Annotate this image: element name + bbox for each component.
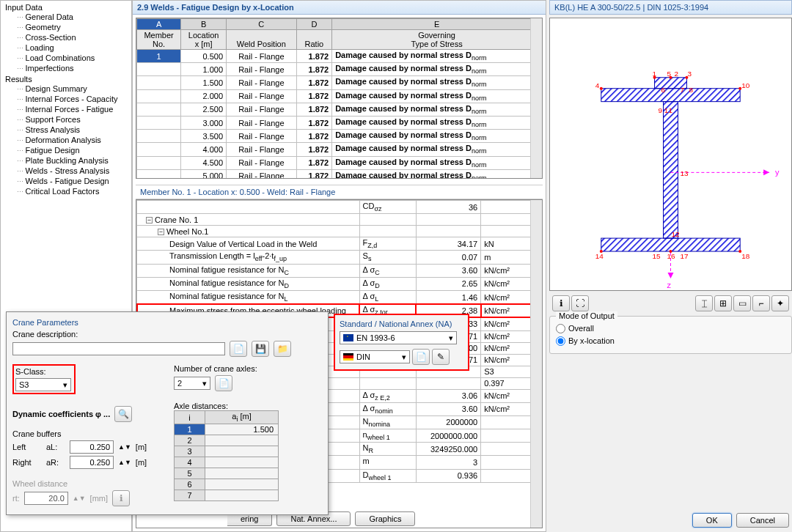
detail-row[interactable]: Transmission Length = leff-2·tf_upSs0.07… — [137, 251, 542, 264]
column-header[interactable]: D — [296, 19, 331, 30]
table-row[interactable]: 2.500Rail - Flange1.872Damage caused by … — [137, 103, 542, 116]
ok-button[interactable]: OK — [692, 513, 732, 528]
svg-marker-6 — [763, 169, 769, 175]
view-icon-1[interactable]: ⌶ — [695, 295, 713, 311]
browse-icon[interactable]: 📄 — [230, 341, 247, 357]
new-annex-icon[interactable]: 📄 — [412, 349, 430, 365]
axle-distance-table[interactable]: iai [m] 11.500234567 — [174, 410, 279, 501]
cancel-button[interactable]: Cancel — [736, 513, 789, 528]
tree-item[interactable]: Cross-Section — [14, 32, 130, 43]
table-row[interactable]: 2.000Rail - Flange1.872Damage caused by … — [137, 89, 542, 103]
table-row[interactable]: 4.000Rail - Flange1.872Damage caused by … — [137, 143, 542, 156]
table-row[interactable]: 1.000Rail - Flange1.872Damage caused by … — [137, 63, 542, 76]
tree-item[interactable]: Deformation Analysis — [14, 135, 130, 145]
col-stress: GoverningType of Stress — [332, 30, 542, 50]
axle-row[interactable]: 5 — [175, 468, 279, 479]
search-icon[interactable]: 🔍 — [114, 406, 132, 422]
axle-row[interactable]: 7 — [175, 490, 279, 501]
svg-point-31 — [738, 250, 741, 253]
tree-item[interactable]: Geometry — [14, 22, 130, 32]
tree-item[interactable]: Stress Analysis — [14, 125, 130, 135]
tree-item[interactable]: Load Combinations — [14, 53, 130, 63]
info-icon[interactable]: ℹ — [112, 490, 130, 506]
view-icon-4[interactable]: ⌐ — [752, 295, 770, 311]
mode-of-output-group: Mode of Output Overall By x-location — [549, 316, 792, 354]
detail-row[interactable]: Design Value of Vertical Load in the Wel… — [137, 237, 542, 251]
column-header[interactable]: B — [181, 19, 227, 30]
svg-point-30 — [600, 250, 603, 253]
tree-item[interactable]: Welds - Fatigue Design — [14, 176, 130, 186]
tree-item[interactable]: Fatigue Design — [14, 145, 130, 155]
save-icon[interactable]: 💾 — [252, 341, 269, 357]
svg-text:9 11: 9 11 — [659, 106, 673, 114]
svg-text:16: 16 — [667, 252, 676, 260]
results-table[interactable]: ABCDE MemberNo. Locationx [m] Weld Posit… — [136, 18, 542, 179]
view-icon-5[interactable]: ✦ — [771, 295, 789, 311]
tree-item[interactable]: Plate Buckling Analysis — [14, 155, 130, 166]
tree-item[interactable]: Design Summary — [14, 84, 130, 94]
tree-item[interactable]: Critical Load Factors — [14, 186, 130, 196]
col-ratio: Ratio — [296, 30, 331, 50]
detail-row[interactable]: Nominal fatigue resistance for NDΔ σD2.6… — [137, 277, 542, 290]
svg-text:18: 18 — [741, 252, 750, 260]
crane-desc-label: Crane description: — [12, 330, 78, 339]
toggle-icon[interactable]: ⛶ — [571, 295, 589, 311]
s-class-highlight: S-Class: S3 — [12, 364, 76, 394]
radio-overall[interactable]: Overall — [556, 322, 785, 335]
tree-item[interactable]: Support Forces — [14, 114, 130, 125]
scrollbar[interactable] — [530, 200, 542, 528]
tree-item[interactable]: Loading — [14, 43, 130, 53]
table-row[interactable]: 3.000Rail - Flange1.872Damage caused by … — [137, 116, 542, 129]
column-header[interactable]: C — [227, 19, 297, 30]
axles-label: Number of crane axles: — [174, 364, 279, 373]
national-annex-combo[interactable]: DIN — [340, 350, 410, 363]
svg-text:4: 4 — [595, 81, 600, 89]
scrollbar[interactable] — [530, 18, 542, 178]
buffer-left-input[interactable] — [70, 440, 114, 454]
column-header[interactable]: A — [137, 19, 181, 30]
tree-item[interactable]: Internal Forces - Capacity — [14, 94, 130, 104]
svg-text:13: 13 — [680, 169, 689, 177]
axle-row[interactable]: 11.500 — [175, 424, 279, 435]
svg-text:y: y — [775, 168, 780, 177]
crane-desc-input[interactable] — [12, 342, 225, 355]
table-row[interactable]: 1.500Rail - Flange1.872Damage caused by … — [137, 76, 542, 89]
tree-item[interactable]: Welds - Stress Analysis — [14, 166, 130, 176]
svg-text:14: 14 — [595, 252, 604, 260]
tree-item[interactable]: General Data — [14, 12, 130, 22]
table-row[interactable]: 3.500Rail - Flange1.872Damage caused by … — [137, 130, 542, 143]
folder-icon[interactable]: 📁 — [274, 341, 291, 357]
s-class-combo[interactable]: S3 — [15, 378, 71, 391]
axle-row[interactable]: 3 — [175, 446, 279, 457]
cross-section-preview[interactable]: y z 1523 467810 9 11 13 12 1415161718 — [549, 18, 792, 291]
table-row[interactable]: 10.500Rail - Flange1.872Damage caused by… — [137, 50, 542, 63]
table-row[interactable]: 5.000Rail - Flange1.872Damage caused by … — [137, 169, 542, 179]
axle-row[interactable]: 6 — [175, 479, 279, 490]
buffer-right-input[interactable] — [70, 456, 114, 469]
svg-point-29 — [738, 87, 741, 90]
view-icon-2[interactable]: ⊞ — [714, 295, 732, 311]
column-header[interactable]: E — [332, 19, 542, 30]
axles-combo[interactable]: 2 — [174, 377, 210, 390]
detail-row[interactable]: Nominal fatigue resistance for NLΔ σL1.4… — [137, 290, 542, 303]
radio-by-x[interactable]: By x-location — [556, 335, 785, 347]
detail-row[interactable]: Nominal fatigue resistance for NCΔ σC3.6… — [137, 264, 542, 277]
axle-row[interactable]: 4 — [175, 457, 279, 468]
tree-group-input[interactable]: Input Data — [5, 3, 43, 12]
table-row[interactable]: 4.500Rail - Flange1.872Damage caused by … — [137, 156, 542, 169]
svg-point-32 — [670, 250, 672, 253]
tree-item[interactable]: Internal Forces - Fatigue — [14, 104, 130, 114]
edit-annex-icon[interactable]: ✎ — [432, 349, 450, 365]
tree-item[interactable]: Imperfections — [14, 63, 130, 73]
wheel-distance-label: Wheel distance — [12, 479, 159, 488]
detail-header: Member No. 1 - Location x: 0.500 - Weld:… — [136, 185, 543, 199]
svg-text:12: 12 — [671, 230, 680, 238]
tree-group-results[interactable]: Results — [5, 75, 32, 84]
eu-flag-icon — [343, 334, 353, 341]
axle-row[interactable]: 2 — [175, 435, 279, 446]
axle-details-icon[interactable]: 📄 — [215, 375, 232, 391]
standard-combo[interactable]: EN 1993-6 — [340, 331, 457, 344]
info-icon[interactable]: ℹ — [552, 295, 570, 311]
view-icon-3[interactable]: ▭ — [733, 295, 751, 311]
graphics-button[interactable]: Graphics — [355, 511, 415, 526]
